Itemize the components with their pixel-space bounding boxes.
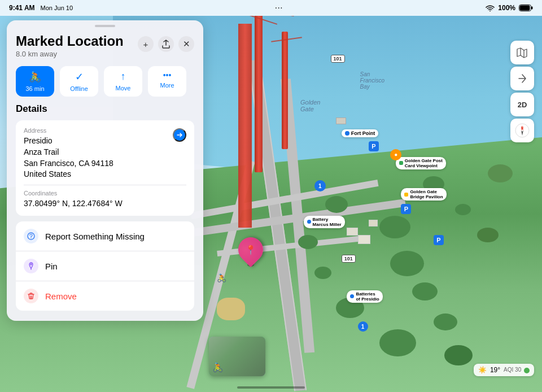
info-divider (24, 185, 186, 185)
bridge-deck (238, 24, 252, 228)
remove-icon (24, 289, 38, 303)
offline-action-btn[interactable]: ✓ Offline (60, 66, 98, 97)
svg-point-5 (30, 238, 31, 238)
details-heading: Details (16, 103, 194, 115)
report-missing-label: Report Something Missing (45, 232, 145, 241)
trees-14 (477, 228, 499, 242)
map-thumbnail[interactable]: 🚴 (209, 337, 265, 376)
move-label: Move (116, 85, 131, 92)
offline-icon: ✓ (75, 71, 84, 83)
panel-subtitle: 8.0 km away (16, 50, 124, 58)
fort-point-building (336, 117, 346, 124)
more-action-btn[interactable]: ••• More (148, 66, 186, 97)
report-missing-item[interactable]: Report Something Missing (16, 221, 194, 251)
building-2 (369, 220, 378, 227)
parking-2: P (401, 204, 411, 214)
fort-point-label: Fort Point (342, 129, 379, 137)
highway-101-bottom: 101 (342, 255, 356, 263)
parking-1: P (369, 141, 379, 151)
route-badge-orange: ● (390, 149, 401, 160)
highway-101-top: 101 (331, 55, 345, 63)
status-time: 9:41 AM Mon Jun 10 (9, 4, 73, 12)
status-bar: 9:41 AM Mon Jun 10 ··· 100% (0, 0, 542, 16)
map-controls: 2D N (510, 41, 534, 142)
trees-4 (390, 251, 424, 276)
panel-title-area: Marked Location 8.0 km away (16, 34, 124, 58)
wifi-icon (486, 5, 495, 11)
cycling-icon: 🚴 (29, 71, 41, 83)
status-dots: ··· (276, 5, 283, 11)
address-label: Address (24, 127, 113, 134)
bridge-pavilion-label: Golden GateBridge Pavilion (401, 188, 446, 201)
panel-header: Marked Location 8.0 km away + ✕ (7, 27, 203, 60)
sand-area (217, 298, 245, 320)
panel-title: Marked Location (16, 34, 124, 49)
route-badge-1: 1 (314, 180, 326, 191)
move-action-btn[interactable]: ↑ Move (104, 66, 142, 97)
trees-2 (379, 216, 410, 238)
svg-rect-2 (531, 7, 533, 10)
bridge-tower-1 (255, 8, 263, 172)
cycling-action-btn[interactable]: 🚴 36 min (16, 66, 54, 97)
svg-rect-3 (519, 6, 530, 11)
map-icon (517, 47, 528, 58)
battery-text: 100% (498, 4, 515, 12)
address-content: Address Presidio Anza Trail San Francisc… (24, 127, 113, 180)
route-badge-blue: 1 (358, 321, 368, 332)
trees-5 (314, 267, 331, 279)
address-card: Address Presidio Anza Trail San Francisc… (16, 120, 194, 216)
golden-gate-viewpoint-label: Golden Gate PostCard Viewpoint (396, 157, 446, 169)
panel-header-buttons: + ✕ (138, 36, 194, 52)
svg-text:N: N (521, 126, 523, 129)
weather-icon: ☀️ (478, 366, 487, 374)
address-row: Address Presidio Anza Trail San Francisc… (24, 127, 186, 180)
trees-6 (412, 282, 438, 300)
pin-label: Pin (45, 262, 58, 271)
location-panel: Marked Location 8.0 km away + ✕ 🚴 36 min… (7, 20, 203, 321)
status-indicators: 100% (486, 4, 533, 12)
add-button[interactable]: + (138, 36, 154, 52)
directions-button[interactable] (510, 67, 534, 90)
battery-icon (519, 5, 533, 11)
bike-icon-map: 🚴 (217, 273, 226, 282)
view-2d-button[interactable]: 2D (510, 93, 534, 116)
map-pin-icon: 📍 (245, 244, 256, 255)
map-pin-head: 📍 (233, 232, 268, 267)
share-button[interactable] (158, 36, 174, 52)
pin-icon (24, 259, 38, 273)
weather-badge: ☀️ 19° AQI 30 (474, 364, 534, 376)
compass-button[interactable]: N (510, 119, 534, 142)
pin-item[interactable]: Pin (16, 251, 194, 281)
battery-marcus-label: BatteryMarcus Miller (304, 216, 345, 228)
more-label: More (160, 82, 174, 89)
trees-10 (434, 313, 457, 330)
bridge-tower-2 (282, 32, 288, 149)
map-pin: 📍 (238, 237, 263, 267)
remove-item[interactable]: Remove (16, 281, 194, 311)
trees-12 (444, 345, 473, 365)
thumbnail-bike-icon: 🚴 (212, 362, 224, 373)
details-section: Details Address Presidio Anza Trail San … (7, 103, 203, 321)
address-value: Presidio Anza Trail San Francisco, CA 94… (24, 136, 113, 180)
weather-temp: 19° (490, 366, 500, 374)
coords-label: Coordinates (24, 190, 186, 197)
action-buttons-row: 🚴 36 min ✓ Offline ↑ Move ••• More (7, 60, 203, 103)
trees-1 (325, 196, 348, 213)
home-indicator[interactable] (237, 386, 305, 389)
move-icon: ↑ (121, 71, 126, 82)
address-navigate-btn[interactable] (173, 128, 186, 142)
batteries-presidio-label: Batteriesof Presidio (347, 290, 382, 303)
map-type-button[interactable] (510, 41, 534, 64)
action-list: Report Something Missing Pin (16, 221, 194, 311)
remove-label: Remove (45, 291, 77, 301)
svg-point-0 (489, 11, 491, 12)
building-3 (358, 235, 370, 244)
cycling-time-label: 36 min (25, 85, 44, 92)
close-button[interactable]: ✕ (178, 36, 194, 52)
svg-point-6 (30, 264, 32, 265)
aqi-badge: AQI 30 (504, 367, 530, 373)
compass-icon: N (515, 123, 530, 138)
arrow-icon (517, 73, 527, 84)
report-icon (24, 229, 38, 243)
trees-11 (379, 329, 416, 356)
